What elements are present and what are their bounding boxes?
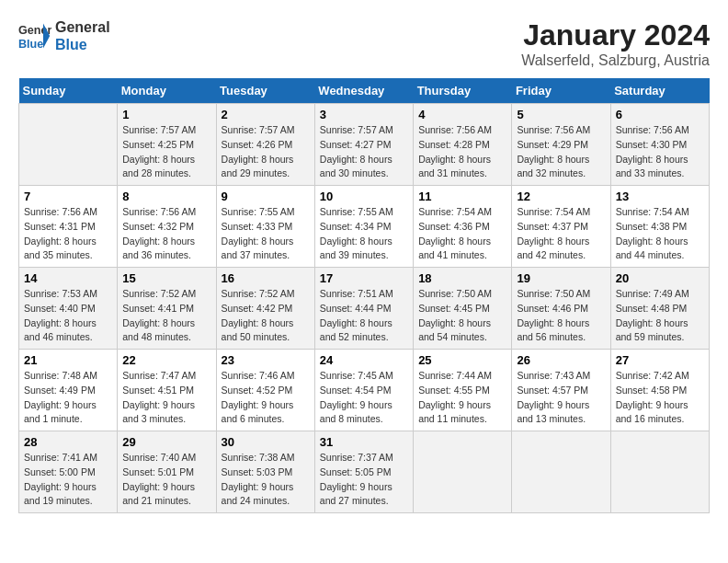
day-number: 31 [320, 435, 408, 449]
day-number: 17 [320, 271, 408, 285]
calendar-cell: 26Sunrise: 7:43 AMSunset: 4:57 PMDayligh… [512, 350, 610, 431]
day-detail: Sunrise: 7:57 AMSunset: 4:25 PMDaylight:… [122, 123, 210, 181]
day-number: 26 [517, 353, 605, 367]
day-detail: Sunrise: 7:45 AMSunset: 4:54 PMDaylight:… [320, 369, 408, 427]
day-detail: Sunrise: 7:55 AMSunset: 4:34 PMDaylight:… [320, 205, 408, 263]
weekday-header-sunday: Sunday [19, 78, 118, 104]
calendar-cell: 4Sunrise: 7:56 AMSunset: 4:28 PMDaylight… [414, 104, 512, 186]
calendar-cell: 3Sunrise: 7:57 AMSunset: 4:27 PMDaylight… [314, 104, 413, 186]
day-number: 11 [418, 190, 506, 203]
calendar-week-row: 28Sunrise: 7:41 AMSunset: 5:00 PMDayligh… [19, 431, 710, 513]
day-number: 14 [24, 271, 112, 285]
day-number: 8 [122, 190, 210, 203]
day-number: 15 [122, 271, 210, 285]
day-number: 21 [24, 353, 112, 367]
day-number: 16 [222, 271, 310, 285]
day-number: 2 [222, 108, 310, 121]
day-number: 12 [517, 190, 605, 203]
logo-text: GeneralBlue [55, 18, 110, 53]
day-detail: Sunrise: 7:53 AMSunset: 4:40 PMDaylight:… [24, 287, 112, 345]
day-detail: Sunrise: 7:44 AMSunset: 4:55 PMDaylight:… [418, 369, 506, 427]
calendar-cell: 15Sunrise: 7:52 AMSunset: 4:41 PMDayligh… [118, 268, 216, 350]
day-detail: Sunrise: 7:52 AMSunset: 4:41 PMDaylight:… [122, 287, 210, 345]
day-detail: Sunrise: 7:51 AMSunset: 4:44 PMDaylight:… [320, 287, 408, 345]
day-number: 9 [222, 190, 310, 203]
calendar-cell [19, 104, 118, 186]
day-detail: Sunrise: 7:55 AMSunset: 4:33 PMDaylight:… [222, 205, 310, 263]
weekday-header-tuesday: Tuesday [216, 78, 314, 104]
day-detail: Sunrise: 7:56 AMSunset: 4:30 PMDaylight:… [616, 123, 704, 181]
calendar-title: January 2024 [521, 18, 710, 52]
calendar-subtitle: Walserfeld, Salzburg, Austria [521, 52, 710, 69]
calendar-cell: 18Sunrise: 7:50 AMSunset: 4:45 PMDayligh… [414, 268, 512, 350]
day-detail: Sunrise: 7:37 AMSunset: 5:05 PMDaylight:… [320, 451, 408, 509]
day-number: 13 [616, 190, 704, 203]
weekday-header-saturday: Saturday [610, 78, 709, 104]
calendar-cell: 11Sunrise: 7:54 AMSunset: 4:36 PMDayligh… [414, 186, 512, 268]
page-header: General Blue GeneralBlue January 2024 Wa… [18, 18, 710, 69]
day-number: 20 [616, 271, 704, 285]
day-number: 10 [320, 190, 408, 203]
day-number: 29 [122, 435, 210, 449]
svg-text:Blue: Blue [18, 38, 43, 51]
calendar-week-row: 7Sunrise: 7:56 AMSunset: 4:31 PMDaylight… [19, 186, 710, 268]
calendar-cell: 22Sunrise: 7:47 AMSunset: 4:51 PMDayligh… [118, 350, 216, 431]
day-detail: Sunrise: 7:54 AMSunset: 4:38 PMDaylight:… [616, 205, 704, 263]
day-detail: Sunrise: 7:56 AMSunset: 4:32 PMDaylight:… [122, 205, 210, 263]
calendar-week-row: 21Sunrise: 7:48 AMSunset: 4:49 PMDayligh… [19, 350, 710, 431]
day-detail: Sunrise: 7:43 AMSunset: 4:57 PMDaylight:… [517, 369, 605, 427]
calendar-cell: 13Sunrise: 7:54 AMSunset: 4:38 PMDayligh… [610, 186, 709, 268]
calendar-cell: 19Sunrise: 7:50 AMSunset: 4:46 PMDayligh… [512, 268, 610, 350]
calendar-cell: 1Sunrise: 7:57 AMSunset: 4:25 PMDaylight… [118, 104, 216, 186]
day-number: 19 [517, 271, 605, 285]
day-number: 28 [24, 435, 112, 449]
calendar-cell: 10Sunrise: 7:55 AMSunset: 4:34 PMDayligh… [314, 186, 413, 268]
day-number: 7 [24, 190, 112, 203]
day-detail: Sunrise: 7:57 AMSunset: 4:27 PMDaylight:… [320, 123, 408, 181]
calendar-cell: 23Sunrise: 7:46 AMSunset: 4:52 PMDayligh… [216, 350, 314, 431]
calendar-cell: 6Sunrise: 7:56 AMSunset: 4:30 PMDaylight… [610, 104, 709, 186]
calendar-cell: 7Sunrise: 7:56 AMSunset: 4:31 PMDaylight… [19, 186, 118, 268]
day-number: 30 [222, 435, 310, 449]
calendar-cell: 24Sunrise: 7:45 AMSunset: 4:54 PMDayligh… [314, 350, 413, 431]
calendar-cell: 20Sunrise: 7:49 AMSunset: 4:48 PMDayligh… [610, 268, 709, 350]
day-number: 18 [418, 271, 506, 285]
logo-icon: General Blue [18, 19, 51, 52]
calendar-cell: 27Sunrise: 7:42 AMSunset: 4:58 PMDayligh… [610, 350, 709, 431]
weekday-header-monday: Monday [118, 78, 216, 104]
calendar-cell: 9Sunrise: 7:55 AMSunset: 4:33 PMDaylight… [216, 186, 314, 268]
calendar-cell: 21Sunrise: 7:48 AMSunset: 4:49 PMDayligh… [19, 350, 118, 431]
day-detail: Sunrise: 7:56 AMSunset: 4:31 PMDaylight:… [24, 205, 112, 263]
day-detail: Sunrise: 7:54 AMSunset: 4:36 PMDaylight:… [418, 205, 506, 263]
weekday-header-wednesday: Wednesday [314, 78, 413, 104]
logo: General Blue GeneralBlue [18, 18, 110, 53]
calendar-cell: 12Sunrise: 7:54 AMSunset: 4:37 PMDayligh… [512, 186, 610, 268]
day-number: 6 [616, 108, 704, 121]
weekday-header-thursday: Thursday [414, 78, 512, 104]
day-number: 24 [320, 353, 408, 367]
day-detail: Sunrise: 7:42 AMSunset: 4:58 PMDaylight:… [616, 369, 704, 427]
calendar-cell [610, 431, 709, 513]
day-number: 3 [320, 108, 408, 121]
day-detail: Sunrise: 7:50 AMSunset: 4:45 PMDaylight:… [418, 287, 506, 345]
calendar-cell: 2Sunrise: 7:57 AMSunset: 4:26 PMDaylight… [216, 104, 314, 186]
calendar-cell [414, 431, 512, 513]
day-detail: Sunrise: 7:41 AMSunset: 5:00 PMDaylight:… [24, 451, 112, 509]
day-detail: Sunrise: 7:56 AMSunset: 4:29 PMDaylight:… [517, 123, 605, 181]
calendar-cell: 30Sunrise: 7:38 AMSunset: 5:03 PMDayligh… [216, 431, 314, 513]
day-detail: Sunrise: 7:49 AMSunset: 4:48 PMDaylight:… [616, 287, 704, 345]
day-number: 22 [122, 353, 210, 367]
day-number: 25 [418, 353, 506, 367]
calendar-cell: 29Sunrise: 7:40 AMSunset: 5:01 PMDayligh… [118, 431, 216, 513]
day-number: 5 [517, 108, 605, 121]
day-number: 23 [222, 353, 310, 367]
calendar-cell: 14Sunrise: 7:53 AMSunset: 4:40 PMDayligh… [19, 268, 118, 350]
calendar-cell: 17Sunrise: 7:51 AMSunset: 4:44 PMDayligh… [314, 268, 413, 350]
weekday-header-row: SundayMondayTuesdayWednesdayThursdayFrid… [19, 78, 710, 104]
day-detail: Sunrise: 7:46 AMSunset: 4:52 PMDaylight:… [222, 369, 310, 427]
calendar-week-row: 14Sunrise: 7:53 AMSunset: 4:40 PMDayligh… [19, 268, 710, 350]
day-detail: Sunrise: 7:57 AMSunset: 4:26 PMDaylight:… [222, 123, 310, 181]
calendar-cell: 28Sunrise: 7:41 AMSunset: 5:00 PMDayligh… [19, 431, 118, 513]
calendar-table: SundayMondayTuesdayWednesdayThursdayFrid… [18, 78, 710, 513]
title-block: January 2024 Walserfeld, Salzburg, Austr… [521, 18, 710, 69]
